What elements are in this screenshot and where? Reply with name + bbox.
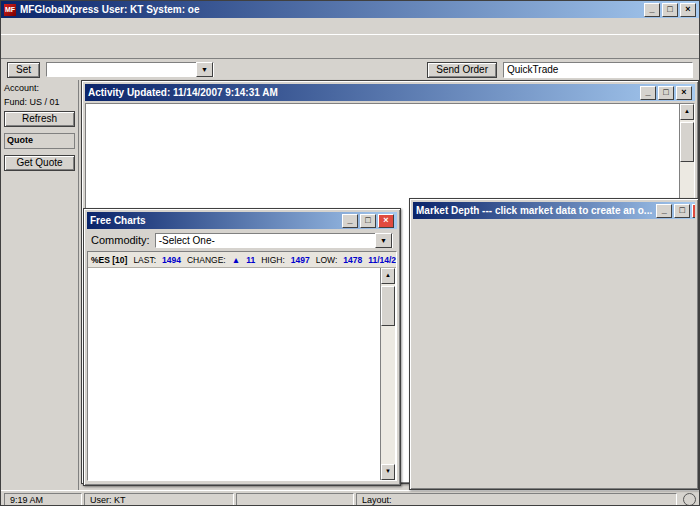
chart-scrollbar[interactable]: ▲ ▼ xyxy=(380,268,395,480)
chevron-down-icon[interactable]: ▼ xyxy=(375,233,392,248)
status-user: User: KT xyxy=(84,493,234,506)
command-row: Set ▼ Send Order xyxy=(1,59,699,80)
scroll-track[interactable] xyxy=(381,284,395,464)
low-value: 1478 xyxy=(343,255,362,265)
app-window: MF MFGlobalXpress User: KT System: oe _ … xyxy=(0,0,700,506)
account-header: Account: xyxy=(4,82,75,94)
last-value: 1494 xyxy=(162,255,181,265)
change-up-icon: ▲ xyxy=(232,255,240,265)
close-icon[interactable]: × xyxy=(378,214,394,228)
chart-flex: ▲ ▼ xyxy=(88,268,396,480)
price-chart xyxy=(88,268,380,480)
quicktrade-input[interactable] xyxy=(503,62,693,78)
chart-symbol: %ES [10] xyxy=(91,255,127,265)
chart-date: 11/14/2007 xyxy=(368,255,396,265)
get-quote-button[interactable]: Get Quote xyxy=(4,155,75,171)
depth-panels xyxy=(413,219,695,484)
order-preset-combo[interactable]: ▼ xyxy=(46,62,214,77)
activity-title: Activity Updated: 11/14/2007 9:14:31 AM xyxy=(88,87,278,98)
status-layout: Layout: xyxy=(356,493,677,506)
chart-header: %ES [10] LAST: 1494 CHANGE: ▲ 11 HIGH: 1… xyxy=(88,252,396,268)
market-depth-window: Market Depth --- click market data to cr… xyxy=(409,198,699,490)
window-title: MFGlobalXpress User: KT System: oe xyxy=(20,4,200,15)
quote-box: Quote xyxy=(4,133,75,149)
minimize-icon[interactable]: _ xyxy=(640,86,656,100)
commodity-row: Commodity: -Select One- ▼ xyxy=(87,229,397,251)
last-label: LAST: xyxy=(133,255,156,265)
commodity-value: -Select One- xyxy=(156,235,375,246)
menu-bar xyxy=(1,18,699,35)
depth-title: Market Depth --- click market data to cr… xyxy=(416,205,652,216)
change-value: 11 xyxy=(246,255,255,265)
close-icon[interactable]: × xyxy=(680,3,696,17)
free-charts-window: Free Charts _ □ × Commodity: -Select One… xyxy=(83,208,401,486)
high-value: 1497 xyxy=(291,255,310,265)
low-label: LOW: xyxy=(316,255,338,265)
maximize-icon[interactable]: □ xyxy=(658,86,674,100)
quote-title: Quote xyxy=(7,135,72,145)
close-icon[interactable]: × xyxy=(692,204,695,218)
minimize-icon[interactable]: _ xyxy=(644,3,660,17)
toolbar xyxy=(1,35,699,59)
fund-label: Fund: US / 01 xyxy=(4,96,75,108)
change-label: CHANGE: xyxy=(187,255,226,265)
depth-title-bar[interactable]: Market Depth --- click market data to cr… xyxy=(413,202,695,219)
charts-title-bar[interactable]: Free Charts _ □ × xyxy=(87,212,397,229)
scroll-thumb[interactable] xyxy=(381,286,395,326)
main-area: Account: Fund: US / 01 Refresh Quote Get… xyxy=(1,80,699,490)
chart-panel: %ES [10] LAST: 1494 CHANGE: ▲ 11 HIGH: 1… xyxy=(87,251,397,481)
minimize-icon[interactable]: _ xyxy=(656,204,672,218)
close-icon[interactable]: × xyxy=(676,86,692,100)
set-button[interactable]: Set xyxy=(7,62,40,78)
charts-title: Free Charts xyxy=(90,215,146,226)
maximize-icon[interactable]: □ xyxy=(662,3,678,17)
connection-status-light xyxy=(683,493,696,506)
scroll-up-icon[interactable]: ▲ xyxy=(680,104,694,120)
send-order-button[interactable]: Send Order xyxy=(427,62,497,78)
scroll-down-icon[interactable]: ▼ xyxy=(381,464,395,480)
commodity-combo[interactable]: -Select One- ▼ xyxy=(155,233,393,248)
status-blank xyxy=(236,493,354,506)
status-time: 9:19 AM xyxy=(4,493,82,506)
maximize-icon[interactable]: □ xyxy=(674,204,690,218)
maximize-icon[interactable]: □ xyxy=(360,214,376,228)
windows-area: Activity Updated: 11/14/2007 9:14:31 AM … xyxy=(79,80,699,490)
app-logo-icon: MF xyxy=(4,4,16,16)
scroll-up-icon[interactable]: ▲ xyxy=(381,268,395,284)
high-label: HIGH: xyxy=(261,255,285,265)
activity-title-bar[interactable]: Activity Updated: 11/14/2007 9:14:31 AM … xyxy=(85,84,695,101)
scroll-thumb[interactable] xyxy=(680,122,694,162)
refresh-button[interactable]: Refresh xyxy=(4,111,75,127)
chevron-down-icon[interactable]: ▼ xyxy=(196,62,213,77)
commodity-label: Commodity: xyxy=(91,234,150,246)
minimize-icon[interactable]: _ xyxy=(342,214,358,228)
main-title-bar[interactable]: MF MFGlobalXpress User: KT System: oe _ … xyxy=(1,1,699,18)
status-bar: 9:19 AM User: KT Layout: xyxy=(1,490,699,506)
account-panel: Account: Fund: US / 01 Refresh Quote Get… xyxy=(1,80,79,490)
